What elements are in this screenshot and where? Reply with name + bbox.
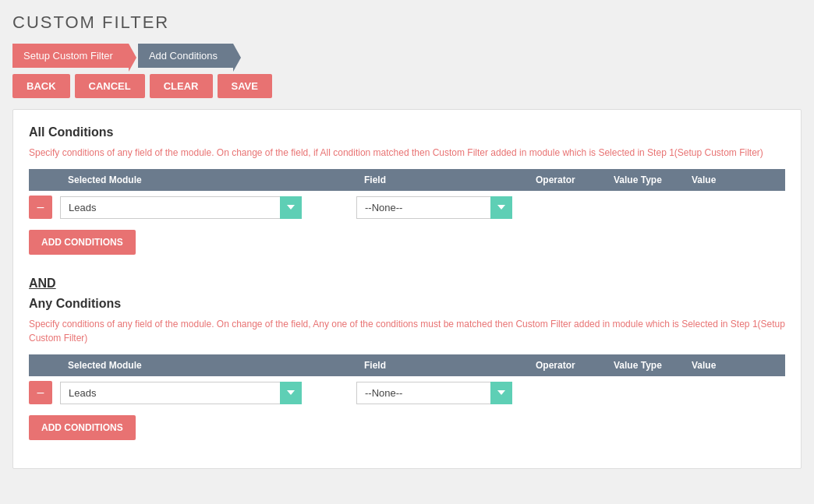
all-conditions-table-header: Selected Module Field Operator Value Typ… [29,169,785,191]
any-conditions-row: – Leads --None-- [29,381,785,404]
any-conditions-field-select-wrapper: --None-- [356,382,512,404]
page-title: CUSTOM FILTER [12,12,802,33]
any-conditions-delete-btn[interactable]: – [29,381,52,404]
all-conditions-delete-btn[interactable]: – [29,196,52,219]
all-conditions-module-select[interactable]: Leads [60,196,302,219]
all-conditions-module-select-wrapper: Leads [60,196,302,219]
toolbar: BACK CANCEL CLEAR SAVE [12,74,802,98]
all-conditions-section: All Conditions Specify conditions of any… [29,125,785,255]
any-conditions-title: Any Conditions [29,297,785,311]
any-conditions-add-btn[interactable]: ADD CONDITIONS [29,415,136,440]
breadcrumb: Setup Custom Filter Add Conditions [12,44,802,68]
breadcrumb-step1[interactable]: Setup Custom Filter [12,44,129,68]
clear-button[interactable]: CLEAR [150,74,213,98]
all-conditions-field-select[interactable]: --None-- [356,196,512,219]
and-separator: AND [29,267,785,297]
all-conditions-row: – Leads --None-- [29,196,785,219]
back-button[interactable]: BACK [12,74,70,98]
any-conditions-field-select[interactable]: --None-- [356,382,512,404]
any-conditions-table-header: Selected Module Field Operator Value Typ… [29,354,785,376]
all-conditions-title: All Conditions [29,125,785,139]
any-conditions-desc: Specify conditions of any field of the m… [29,317,785,345]
main-card: All Conditions Specify conditions of any… [12,109,802,469]
any-conditions-section: Any Conditions Specify conditions of any… [29,297,785,440]
breadcrumb-step2[interactable]: Add Conditions [138,44,233,68]
save-button[interactable]: SAVE [218,74,272,98]
all-conditions-add-btn[interactable]: ADD CONDITIONS [29,230,136,255]
all-conditions-desc: Specify conditions of any field of the m… [29,146,785,160]
cancel-button[interactable]: CANCEL [75,74,145,98]
all-conditions-field-select-wrapper: --None-- [356,196,512,219]
any-conditions-module-select[interactable]: Leads [60,382,302,404]
any-conditions-module-select-wrapper: Leads [60,382,302,404]
